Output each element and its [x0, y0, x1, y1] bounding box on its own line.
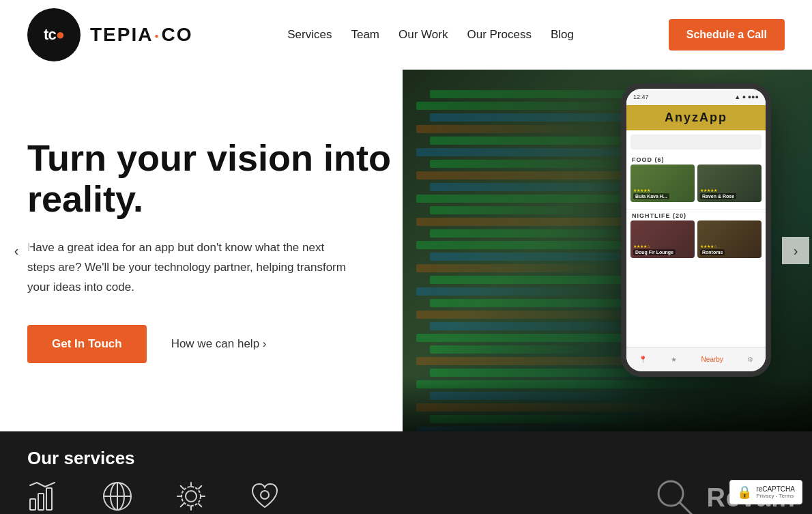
schedule-call-button[interactable]: Schedule a Call: [669, 19, 785, 51]
hero-right-image: 12:47 ▲ ● ●●● AnyzApp FOOD (6) Bula Kava…: [403, 70, 812, 431]
bottom-services-bar: Our services: [0, 431, 812, 514]
phone-card-3: Doug Fir Lounge ★★★★☆: [630, 220, 695, 258]
nav-our-process[interactable]: Our Process: [467, 28, 531, 42]
phone-app-name: AnyzApp: [626, 105, 766, 130]
svg-point-8: [186, 491, 197, 502]
phone-bottom-nav: 📍 ★ Nearby ⚙: [626, 347, 766, 371]
svg-line-12: [680, 502, 692, 514]
phone-mockup: 12:47 ▲ ● ●●● AnyzApp FOOD (6) Bula Kava…: [621, 83, 771, 377]
svg-rect-0: [30, 499, 35, 510]
logo-wordmark: TEPIA●CO: [90, 24, 193, 46]
service-analytics: [27, 480, 60, 513]
svg-point-9: [182, 487, 201, 506]
phone-nightlife-label: NIGHTLIFE (20): [626, 210, 766, 220]
service-support: [248, 480, 281, 513]
logo-circle: tc●: [27, 8, 81, 61]
hero-title: Turn your vision into reality.: [27, 138, 403, 219]
recaptcha-badge: 🔒 reCAPTCHA Privacy - Terms: [729, 480, 802, 504]
hero-left-content: Turn your vision into reality. Have a gr…: [0, 70, 403, 431]
nav-team[interactable]: Team: [351, 28, 379, 42]
recaptcha-logo: 🔒: [737, 485, 752, 500]
phone-screen: 12:47 ▲ ● ●●● AnyzApp FOOD (6) Bula Kava…: [626, 89, 766, 371]
svg-point-10: [261, 491, 269, 499]
hero-subtitle: Have a great idea for an app but don't k…: [27, 238, 355, 298]
revain-search-icon: [654, 477, 695, 514]
phone-status-bar: 12:47 ▲ ● ●●●: [626, 89, 766, 105]
phone-card-4: Rontoms ★★★★☆: [697, 220, 762, 258]
phone-food-cards: Bula Kava H... ★★★★★ Raven & Rose ★★★★★: [626, 165, 766, 205]
recaptcha-main-text: reCAPTCHA: [756, 485, 795, 493]
get-in-touch-button[interactable]: Get In Touch: [27, 325, 147, 363]
analytics-icon: [27, 480, 60, 513]
service-web: [101, 480, 134, 513]
hero-section: Turn your vision into reality. Have a gr…: [0, 70, 812, 431]
logo-area[interactable]: tc● TEPIA●CO: [27, 8, 193, 61]
how-we-can-help-link[interactable]: How we can help ›: [171, 337, 267, 351]
carousel-prev-button[interactable]: ‹: [3, 237, 30, 264]
svg-point-11: [658, 481, 683, 506]
phone-card-1: Bula Kava H... ★★★★★: [630, 165, 695, 202]
svg-rect-2: [46, 488, 52, 510]
svg-rect-1: [38, 494, 44, 510]
globe-icon: [101, 480, 134, 513]
phone-card-2: Raven & Rose ★★★★★: [697, 165, 762, 202]
heart-support-icon: [248, 480, 281, 513]
service-gear: [175, 480, 207, 513]
phone-search-bar: [630, 134, 762, 149]
main-nav: Services Team Our Work Our Process Blog: [287, 28, 574, 42]
hero-bg: 12:47 ▲ ● ●●● AnyzApp FOOD (6) Bula Kava…: [403, 70, 812, 431]
nav-services[interactable]: Services: [287, 28, 332, 42]
site-header: tc● TEPIA●CO Services Team Our Work Our …: [0, 0, 812, 70]
phone-nightlife-cards: Doug Fir Lounge ★★★★☆ Rontoms ★★★★☆: [626, 220, 766, 261]
recaptcha-links: Privacy - Terms: [756, 493, 795, 499]
phone-food-label: FOOD (6): [626, 154, 766, 165]
nav-blog[interactable]: Blog: [551, 28, 574, 42]
gear-icon: [175, 480, 207, 513]
hero-gradient-bottom: [403, 377, 812, 431]
hero-actions: Get In Touch How we can help ›: [27, 325, 403, 363]
carousel-next-button[interactable]: ›: [782, 237, 809, 264]
nav-our-work[interactable]: Our Work: [398, 28, 448, 42]
logo-tc-text: tc●: [44, 26, 64, 44]
